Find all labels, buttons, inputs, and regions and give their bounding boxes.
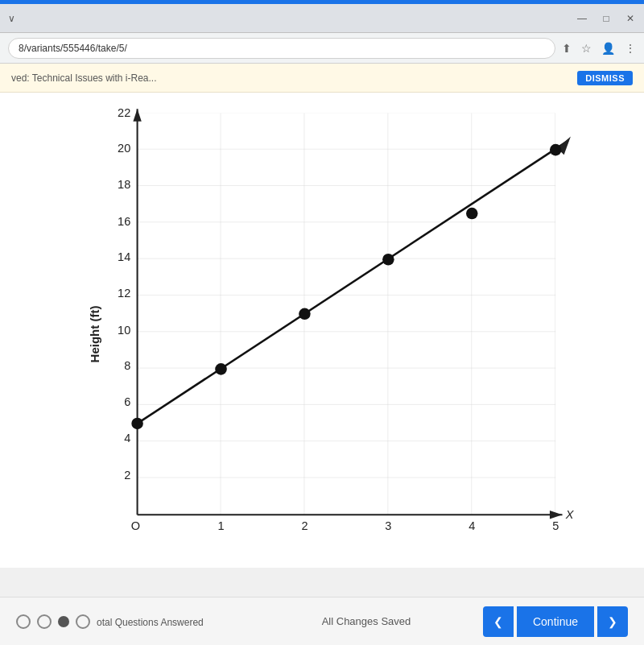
y-tick-4: 4: [124, 432, 130, 444]
x-tick-1: 1: [217, 519, 224, 531]
prev-button[interactable]: ❮: [483, 606, 514, 637]
x-tick-0: O: [131, 519, 140, 531]
bottom-right-nav: ❮ Continue ❯: [483, 606, 628, 637]
data-point-3: [382, 254, 394, 266]
y-tick-8: 8: [124, 359, 130, 372]
data-point-2: [299, 308, 311, 320]
minimize-button[interactable]: —: [576, 13, 588, 24]
data-point-1: [215, 363, 227, 375]
x-axis-arrow: [550, 511, 563, 519]
y-tick-10: 10: [118, 324, 130, 337]
address-bar[interactable]: 8/variants/555446/take/5/: [8, 38, 555, 59]
next-button[interactable]: ❯: [597, 606, 628, 637]
y-axis-label: Height (ft): [88, 306, 101, 363]
bookmark-icon[interactable]: ☆: [581, 42, 592, 55]
profile-icon[interactable]: 👤: [601, 42, 615, 55]
y-tick-6: 6: [124, 395, 130, 408]
data-point-4: [466, 208, 478, 220]
dismiss-button[interactable]: DISMISS: [577, 71, 633, 85]
close-button[interactable]: ✕: [625, 13, 636, 24]
url-text: 8/variants/555446/take/5/: [19, 43, 127, 54]
graph-svg: 22 20 18 16 14 12 10 8 6 4 2 O 1 2 3 4 5…: [101, 105, 576, 531]
data-point-5: [550, 144, 562, 156]
y-tick-18: 18: [118, 178, 130, 191]
x-tick-2: 2: [301, 519, 308, 531]
share-icon[interactable]: ⬆: [562, 42, 572, 55]
x-tick-3: 3: [385, 519, 391, 531]
progress-dot-3: [76, 614, 90, 629]
y-tick-14: 14: [118, 250, 130, 263]
total-questions-text: otal Questions Answered: [97, 617, 204, 628]
x-tick-4: 4: [469, 519, 475, 531]
bottom-bar: otal Questions Answered All Changes Save…: [0, 597, 644, 645]
graph-container: Height (ft): [64, 101, 580, 568]
y-tick-2: 2: [124, 469, 130, 482]
y-tick-22: 22: [118, 106, 130, 119]
notification-bar: ved: Technical Issues with i-Rea... DISM…: [0, 64, 644, 93]
all-changes-saved: All Changes Saved: [250, 615, 483, 627]
continue-button[interactable]: Continue: [517, 606, 594, 637]
bottom-left-section: otal Questions Answered: [16, 614, 250, 629]
address-bar-row: 8/variants/555446/take/5/ ⬆ ☆ 👤 ⋮: [0, 33, 644, 64]
browser-controls: ∨ — □ ✕: [0, 4, 644, 33]
notification-text: ved: Technical Issues with i-Rea...: [11, 72, 569, 84]
progress-dot-1: [16, 614, 31, 629]
data-point-0: [131, 418, 143, 430]
y-tick-20: 20: [118, 142, 130, 155]
maximize-button[interactable]: □: [601, 13, 612, 24]
menu-icon[interactable]: ⋮: [625, 42, 636, 55]
main-content: Height (ft): [0, 93, 644, 568]
x-axis-label: X: [565, 508, 575, 521]
y-tick-16: 16: [118, 215, 130, 228]
progress-dot-2: [37, 614, 52, 629]
x-tick-5: 5: [552, 519, 559, 531]
grid-background: [138, 113, 556, 515]
y-tick-12: 12: [118, 287, 130, 300]
progress-dot-active: [58, 616, 69, 627]
